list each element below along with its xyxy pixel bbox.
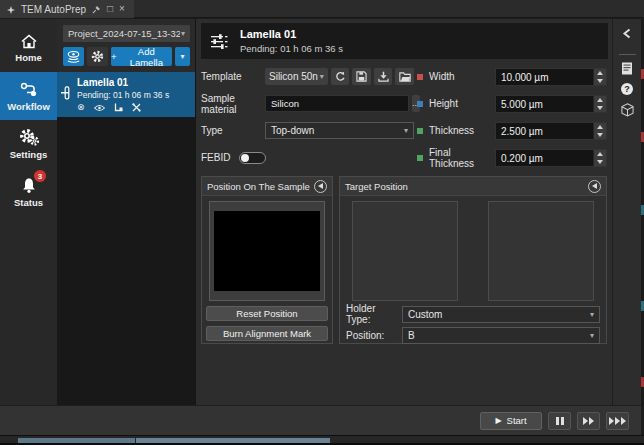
holder-type-select[interactable]: Custom ▾ <box>402 306 600 323</box>
template-save-button[interactable] <box>352 68 371 85</box>
collapse-arrow-icon[interactable] <box>588 180 601 193</box>
sample-material-input[interactable] <box>265 95 409 112</box>
dimension-row: Final Thickness 0.200 µm <box>414 148 607 167</box>
sidebar: Home Workflow Settings <box>0 19 57 405</box>
collapse-panel-icon[interactable] <box>622 28 632 39</box>
lamella-detail-panel: Lamella 01 Pending: 01 h 06 m 36 s Templ… <box>195 19 612 405</box>
chevron-down-icon: ▾ <box>320 72 324 81</box>
skip-all-button[interactable] <box>606 412 629 430</box>
position-label: Position: <box>346 330 402 341</box>
chevron-down-icon: ▾ <box>404 126 408 135</box>
final-thickness-stepper[interactable] <box>593 150 606 166</box>
width-stepper[interactable] <box>593 69 606 85</box>
dimension-row: Thickness 2.500 µm <box>414 121 607 140</box>
folder-icon <box>399 72 411 82</box>
fast-forward-all-icon <box>609 417 614 425</box>
target-section-title: Target Position <box>345 181 408 192</box>
dimension-color-swatch <box>417 74 423 80</box>
workflow-icon <box>19 81 38 98</box>
pause-icon <box>556 417 559 425</box>
reset-position-button[interactable]: Reset Position <box>206 306 328 321</box>
dimension-row: Height 5.000 µm <box>414 94 607 113</box>
lamella-list: Lamella 01 Pending: 01 h 06 m 36 s ⊗ <box>57 72 195 405</box>
close-icon[interactable]: × <box>119 4 125 14</box>
stage-view-button[interactable] <box>63 47 84 66</box>
template-select[interactable]: Silicon 50n ▾ <box>265 68 328 85</box>
run-control-bar: ▶ Start <box>0 405 641 435</box>
mill-icon[interactable] <box>132 103 141 112</box>
pin-icon[interactable] <box>92 5 101 14</box>
skip-step-button[interactable] <box>577 412 600 430</box>
final-thickness-input[interactable]: 0.200 µm <box>495 149 607 167</box>
template-open-folder-button[interactable] <box>395 68 414 85</box>
chevron-down-icon: ▾ <box>590 310 594 319</box>
position-on-sample-group: Position On The Sample Reset Position Bu… <box>201 176 333 344</box>
start-button[interactable]: ▶ Start <box>480 412 542 430</box>
sidebar-item-workflow[interactable]: Workflow <box>0 72 57 120</box>
sidebar-item-home[interactable]: Home <box>0 24 57 72</box>
sample-image[interactable] <box>214 211 320 291</box>
holder-preview-left <box>352 201 458 301</box>
height-input[interactable]: 5.000 µm <box>495 95 607 113</box>
lamella-name: Lamella 01 <box>77 77 191 88</box>
project-toolbar-area: Project_2024-07-15_13-32-... ▾ <box>57 19 195 72</box>
chevron-down-icon: ▾ <box>590 331 594 340</box>
template-import-button[interactable] <box>374 68 393 85</box>
chevron-down-icon: ▾ <box>180 52 184 61</box>
febid-toggle[interactable] <box>239 152 266 164</box>
thickness-stepper[interactable] <box>593 123 606 139</box>
chevron-down-icon: ▾ <box>181 29 185 38</box>
window-tab[interactable]: TEM AutoPrep □ × <box>0 0 134 18</box>
febid-label: FEBID <box>201 152 230 163</box>
position-marker-icon[interactable] <box>114 103 123 112</box>
dimension-color-swatch <box>417 155 423 161</box>
log-document-icon[interactable] <box>621 62 633 75</box>
add-lamella-button[interactable]: + Add Lamella <box>111 47 172 66</box>
cancel-icon[interactable]: ⊗ <box>77 103 85 112</box>
eye-icon[interactable] <box>94 104 105 112</box>
target-position-group: Target Position Holder Type: Custom ▾ <box>339 176 607 344</box>
sidebar-item-settings[interactable]: Settings <box>0 120 57 168</box>
lamella-detail-header: Lamella 01 Pending: 01 h 06 m 36 s <box>201 23 608 59</box>
status-badge: 3 <box>34 170 46 182</box>
lamella-icon <box>61 86 73 112</box>
play-icon: ▶ <box>495 416 501 425</box>
dimension-color-swatch <box>417 101 423 107</box>
title-bar: TEM AutoPrep □ × <box>0 0 644 18</box>
height-stepper[interactable] <box>593 96 606 112</box>
home-icon <box>20 33 38 49</box>
type-select[interactable]: Top-down ▾ <box>265 122 414 139</box>
save-icon <box>356 71 367 82</box>
type-label: Type <box>201 125 265 136</box>
content-area: Home Workflow Settings <box>0 19 644 405</box>
collapse-arrow-icon[interactable] <box>314 180 327 193</box>
help-icon[interactable]: ? <box>621 83 633 95</box>
right-tool-strip: ? <box>612 19 641 405</box>
cube-3d-icon[interactable] <box>621 103 634 117</box>
project-panel: Project_2024-07-15_13-32-... ▾ <box>57 19 195 405</box>
window-title: TEM AutoPrep <box>21 4 86 15</box>
holder-type-label: Holder Type: <box>346 303 402 325</box>
fast-forward-icon <box>583 417 588 425</box>
refresh-icon <box>335 71 346 82</box>
pause-button[interactable] <box>548 412 571 430</box>
template-refresh-button[interactable] <box>331 68 350 85</box>
lamella-settings-button[interactable] <box>87 47 108 66</box>
sample-image-frame[interactable] <box>209 201 325 301</box>
burn-alignment-mark-button[interactable]: Burn Alignment Mark <box>206 326 328 341</box>
sample-material-label: Sample material <box>201 93 265 115</box>
width-input[interactable]: 10.000 µm <box>495 68 607 86</box>
detail-title: Lamella 01 <box>240 28 343 40</box>
divider <box>619 54 636 55</box>
thickness-input[interactable]: 2.500 µm <box>495 122 607 140</box>
plus-icon: + <box>111 51 117 62</box>
add-lamella-dropdown-button[interactable]: ▾ <box>175 47 190 66</box>
project-name: Project_2024-07-15_13-32-... <box>68 28 180 39</box>
sidebar-item-status[interactable]: 3 Status <box>0 168 57 216</box>
position-select[interactable]: B ▾ <box>402 327 600 344</box>
maximize-icon[interactable]: □ <box>107 4 113 14</box>
project-select[interactable]: Project_2024-07-15_13-32-... ▾ <box>63 25 190 42</box>
lamella-list-item[interactable]: Lamella 01 Pending: 01 h 06 m 36 s ⊗ <box>57 72 195 117</box>
app-icon <box>6 5 15 14</box>
gears-icon <box>19 128 39 146</box>
